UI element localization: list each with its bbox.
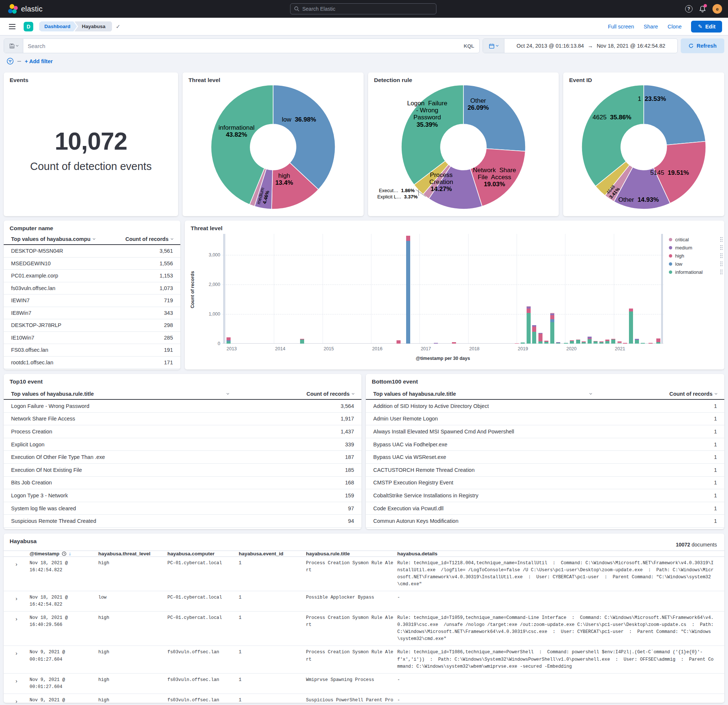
clone-link[interactable]: Clone <box>668 24 682 30</box>
bar-segment-high[interactable] <box>605 339 610 341</box>
date-to[interactable]: Nov 18, 2021 @ 16:42:54.82 <box>597 43 666 49</box>
bar-segment-informational[interactable] <box>556 343 560 344</box>
bar-segment-high[interactable] <box>452 342 456 344</box>
table-row[interactable]: System log file was cleared97 <box>4 502 361 515</box>
legend-item-medium[interactable]: medium <box>669 244 723 251</box>
calendar-button[interactable] <box>483 39 504 53</box>
bar-segment-informational[interactable] <box>618 343 621 344</box>
legend-item-critical[interactable]: critical <box>669 235 723 244</box>
notifications-bell-icon[interactable] <box>699 6 706 13</box>
table-row[interactable]: Always Install Elevated MSI Spawned Cmd … <box>366 425 724 438</box>
legend-actions-icon[interactable] <box>720 237 723 242</box>
table-row[interactable]: Execution Of Other File Type Than .exe18… <box>4 451 361 464</box>
document-row[interactable]: ›Nov 9, 2021 @ 00:01:27.604highfs03vuln.… <box>4 694 724 705</box>
table-row[interactable]: Commun Autorun Keys Modification1 <box>366 515 724 528</box>
table-row[interactable]: Logon Type 3 - Network159 <box>4 489 361 502</box>
column-header-rule-title[interactable]: Top values of hayabusa.rule.title <box>11 391 306 397</box>
bar-segment-high[interactable] <box>227 337 231 340</box>
column-header-details[interactable]: hayabusa.details <box>397 551 718 556</box>
bar-segment-informational[interactable] <box>635 340 639 344</box>
bar-segment-high[interactable] <box>532 326 536 332</box>
column-header-count[interactable]: Count of records <box>306 391 354 397</box>
bar-segment-medium[interactable] <box>550 314 554 315</box>
table-row[interactable]: Execution Of Not Existing File185 <box>4 464 361 477</box>
column-header-timestamp[interactable]: @timestamp ↓ <box>30 551 98 556</box>
sort-desc-icon[interactable]: ↓ <box>69 551 71 556</box>
bar-segment-high[interactable] <box>300 339 304 339</box>
table-row[interactable]: CMSTP Execution Registry Event1 <box>366 477 724 490</box>
bar-segment-high[interactable] <box>611 339 615 339</box>
bar-segment-high[interactable] <box>582 341 586 342</box>
add-filter-button[interactable]: + Add filter <box>25 58 53 64</box>
bar-segment-high[interactable] <box>656 338 660 342</box>
bar-segment-high[interactable] <box>588 338 592 339</box>
document-row[interactable]: ›Nov 18, 2021 @ 16:42:54.822lowPC-01.cyb… <box>4 591 724 611</box>
bar-segment-high[interactable] <box>397 340 400 344</box>
bar-segment-high[interactable] <box>570 340 574 341</box>
bar-segment-high[interactable] <box>629 309 633 312</box>
bar-segment-medium[interactable] <box>532 325 536 326</box>
kql-language-button[interactable]: KQL <box>459 39 479 53</box>
bar-segment-low[interactable] <box>550 319 554 322</box>
bar-segment-low[interactable] <box>227 340 231 341</box>
bar-segment-high[interactable] <box>539 334 543 342</box>
bar-segment-high[interactable] <box>527 309 531 313</box>
table-row[interactable]: Network Share File Access1,917 <box>4 413 361 426</box>
column-header-count[interactable]: Count of records <box>669 391 717 397</box>
legend-actions-icon[interactable] <box>720 269 723 274</box>
legend-actions-icon[interactable] <box>720 261 723 266</box>
bar-segment-medium[interactable] <box>539 333 543 334</box>
document-row[interactable]: ›Nov 18, 2021 @ 16:40:29.566highPC-01.cy… <box>4 611 724 646</box>
table-row[interactable]: rootdc1.offsec.lan171 <box>4 357 181 369</box>
table-row[interactable]: FS03.offsec.lan191 <box>4 344 181 357</box>
bar-segment-informational[interactable] <box>532 332 536 344</box>
bar-segment-informational[interactable] <box>641 343 645 344</box>
bar-segment-informational[interactable] <box>594 341 598 344</box>
check-icon[interactable]: ✓ <box>116 23 120 30</box>
bar-segment-informational[interactable] <box>588 339 592 344</box>
edit-button[interactable]: ✎ Edit <box>691 21 722 33</box>
bar-segment-high[interactable] <box>599 341 604 342</box>
breadcrumb-dashboard[interactable]: Dashboard <box>39 22 77 32</box>
bar-segment-informational[interactable] <box>550 322 554 344</box>
full-screen-link[interactable]: Full screen <box>608 24 634 30</box>
expand-row-icon[interactable]: › <box>13 673 30 688</box>
column-header-count[interactable]: Count of records <box>125 236 173 242</box>
bar-segment-informational[interactable] <box>227 341 231 344</box>
bar-segment-medium[interactable] <box>556 342 560 343</box>
table-row[interactable]: Explicit Logon339 <box>4 438 361 451</box>
search-input[interactable]: Search <box>23 39 459 53</box>
legend-item-low[interactable]: low <box>669 260 723 268</box>
column-header-rule-title[interactable]: hayabusa.rule.title <box>306 551 397 556</box>
bar-segment-medium[interactable] <box>588 337 592 338</box>
table-row[interactable]: fs03vuln.offsec.lan1,073 <box>4 282 181 295</box>
bar-segment-informational[interactable] <box>300 339 304 344</box>
filter-icon[interactable] <box>7 58 14 65</box>
table-row[interactable]: Suspicious Remote Thread Created94 <box>4 515 361 528</box>
column-header-rule-title[interactable]: Top values of hayabusa.rule.title <box>373 391 669 397</box>
table-row[interactable]: DESKTOP-M5SN04R3,561 <box>4 245 181 257</box>
bar-segment-informational[interactable] <box>570 341 574 344</box>
table-row[interactable]: Admin User Remote Logon1 <box>366 413 724 426</box>
bar-segment-informational[interactable] <box>599 342 604 344</box>
table-row[interactable]: IE10Win7285 <box>4 332 181 344</box>
bar-segment-high[interactable] <box>618 341 621 343</box>
bar-segment-high[interactable] <box>550 315 554 319</box>
bar-segment-informational[interactable] <box>576 340 580 344</box>
bar-segment-informational[interactable] <box>539 341 543 344</box>
table-row[interactable]: CACTUSTORCH Remote Thread Creation1 <box>366 464 724 477</box>
table-row[interactable]: Bits Job Creation168 <box>4 477 361 490</box>
table-row[interactable]: DESKTOP-JR78RLP298 <box>4 319 181 332</box>
table-row[interactable]: IE8Win7343 <box>4 307 181 319</box>
column-header-threat-level[interactable]: hayabusa.threat_level <box>98 551 168 556</box>
bar-segment-high[interactable] <box>515 343 519 344</box>
bar-segment-informational[interactable] <box>527 313 531 344</box>
legend-item-informational[interactable]: informational <box>669 268 723 276</box>
bar-segment-high[interactable] <box>406 236 410 241</box>
bar-segment-high[interactable] <box>649 343 653 344</box>
expand-row-icon[interactable]: › <box>13 694 30 705</box>
table-row[interactable]: Code Execution via Pcwutl.dll1 <box>366 502 724 515</box>
table-row[interactable]: MSEDGEWIN101,556 <box>4 257 181 270</box>
share-link[interactable]: Share <box>644 24 658 30</box>
expand-row-icon[interactable]: › <box>13 591 30 605</box>
